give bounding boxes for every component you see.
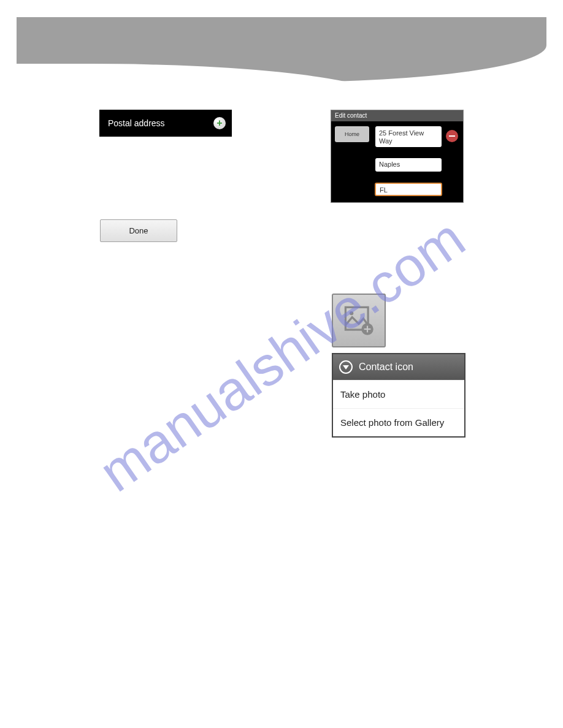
done-label: Done <box>129 226 148 235</box>
photo-placeholder-icon <box>342 304 375 337</box>
postal-address-label: Postal address <box>108 118 165 128</box>
address-type-selector[interactable]: Home <box>335 126 369 142</box>
state-field[interactable]: FL <box>375 183 442 196</box>
edit-contact-title: Edit contact <box>331 110 463 121</box>
edit-contact-body: Home 25 Forest View Way Naples FL <box>331 121 463 129</box>
city-field[interactable]: Naples <box>375 158 442 172</box>
address-line-field[interactable]: 25 Forest View Way <box>375 126 442 147</box>
contact-icon-menu-header: Contact icon <box>333 354 464 380</box>
dropdown-icon <box>339 360 353 374</box>
done-button[interactable]: Done <box>100 219 177 242</box>
take-photo-option[interactable]: Take photo <box>333 380 464 408</box>
contact-icon-menu: Contact icon Take photo Select photo fro… <box>332 353 465 438</box>
edit-contact-panel: Edit contact Home 25 Forest View Way Nap… <box>331 110 464 203</box>
postal-address-bar[interactable]: Postal address + <box>99 110 232 137</box>
select-from-gallery-option[interactable]: Select photo from Gallery <box>333 408 464 436</box>
contact-photo-button[interactable] <box>332 294 386 347</box>
minus-icon[interactable] <box>446 130 458 142</box>
contact-icon-menu-title: Contact icon <box>359 362 413 373</box>
plus-icon[interactable]: + <box>213 117 226 129</box>
svg-point-1 <box>350 311 353 315</box>
header-band <box>17 17 546 82</box>
